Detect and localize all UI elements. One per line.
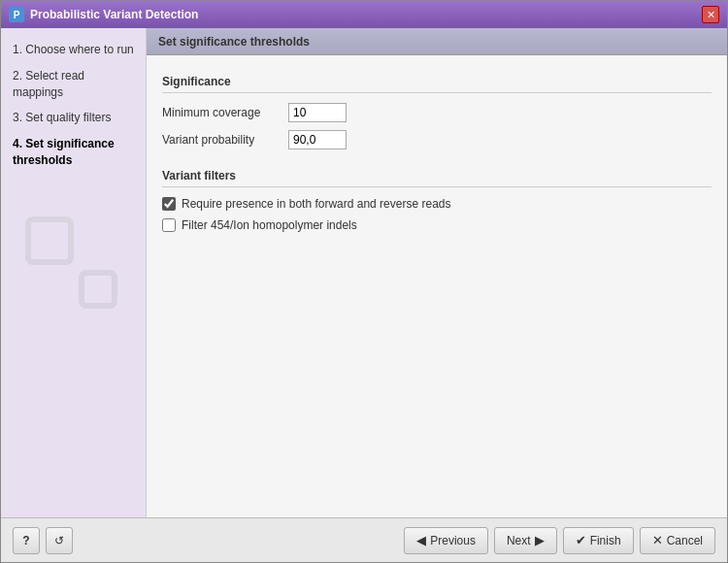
sidebar-item-set-quality-filters[interactable]: 3. Set quality filters [9,106,138,130]
help-button[interactable]: ? [13,527,40,554]
cancel-button[interactable]: ✕ Cancel [640,527,715,554]
sidebar-item-number-1: 1. [13,43,25,56]
minimum-coverage-input[interactable] [288,103,347,122]
sidebar-item-number-2: 2. [13,69,25,83]
require-presence-row: Require presence in both forward and rev… [162,197,711,211]
sidebar-item-select-read-mappings[interactable]: 2. Select read mappings [9,64,138,105]
cancel-icon: ✕ [652,533,663,547]
bottom-bar: ? ↺ ◀ Previous Next ▶ ✔ Finish ✕ Cancel [1,517,727,562]
previous-icon: ◀ [416,533,426,547]
panel-header-text: Set significance thresholds [158,35,310,49]
watermark-square-1 [25,216,74,265]
help-icon: ? [22,534,29,547]
previous-label: Previous [430,534,476,547]
variant-probability-input[interactable] [288,130,347,149]
title-bar: P Probabilistic Variant Detection ✕ [1,1,727,28]
finish-button[interactable]: ✔ Finish [563,527,634,554]
significance-section-header: Significance [162,75,711,93]
watermark-graphic [25,216,122,314]
app-icon: P [9,7,24,22]
reset-icon: ↺ [54,534,64,547]
panel-body: Significance Minimum coverage Variant pr… [147,55,727,517]
window: P Probabilistic Variant Detection ✕ 1. C… [0,0,728,563]
sidebar-item-label-4: Set significance thresholds [13,137,115,167]
watermark-square-2 [79,270,117,309]
previous-button[interactable]: ◀ Previous [404,527,488,554]
main-panel: Set significance thresholds Significance… [147,28,727,517]
variant-probability-label: Variant probability [162,133,288,147]
filter-454-label: Filter 454/Ion homopolymer indels [182,218,357,232]
sidebar: 1. Choose where to run 2. Select read ma… [1,28,147,517]
next-button[interactable]: Next ▶ [494,527,557,554]
content-area: 1. Choose where to run 2. Select read ma… [1,28,727,517]
variant-filters-section: Variant filters Require presence in both… [162,169,711,232]
filter-454-checkbox[interactable] [162,218,176,232]
minimum-coverage-label: Minimum coverage [162,106,288,119]
sidebar-item-number-4: 4. [13,137,25,150]
finish-label: Finish [590,534,621,547]
window-title: Probabilistic Variant Detection [30,8,198,21]
require-presence-label: Require presence in both forward and rev… [182,197,451,211]
cancel-label: Cancel [667,534,703,547]
sidebar-item-set-significance-thresholds[interactable]: 4. Set significance thresholds [9,132,138,173]
sidebar-item-choose-where[interactable]: 1. Choose where to run [9,38,138,62]
variant-probability-row: Variant probability [162,130,711,149]
panel-header: Set significance thresholds [147,28,727,55]
require-presence-checkbox[interactable] [162,197,176,211]
sidebar-item-number-3: 3. [13,111,25,124]
bottom-left-buttons: ? ↺ [13,527,73,554]
bottom-right-buttons: ◀ Previous Next ▶ ✔ Finish ✕ Cancel [404,527,715,554]
minimum-coverage-row: Minimum coverage [162,103,711,122]
significance-section: Significance Minimum coverage Variant pr… [162,75,711,149]
finish-icon: ✔ [576,533,586,547]
title-bar-left: P Probabilistic Variant Detection [9,7,198,22]
sidebar-watermark [9,192,138,338]
sidebar-item-label-1: Choose where to run [25,43,133,56]
sidebar-item-label-3: Set quality filters [25,111,111,124]
close-button[interactable]: ✕ [702,6,719,23]
next-icon: ▶ [535,533,545,547]
filter-454-row: Filter 454/Ion homopolymer indels [162,218,711,232]
variant-filters-section-header: Variant filters [162,169,711,187]
reset-button[interactable]: ↺ [46,527,73,554]
next-label: Next [507,534,531,547]
